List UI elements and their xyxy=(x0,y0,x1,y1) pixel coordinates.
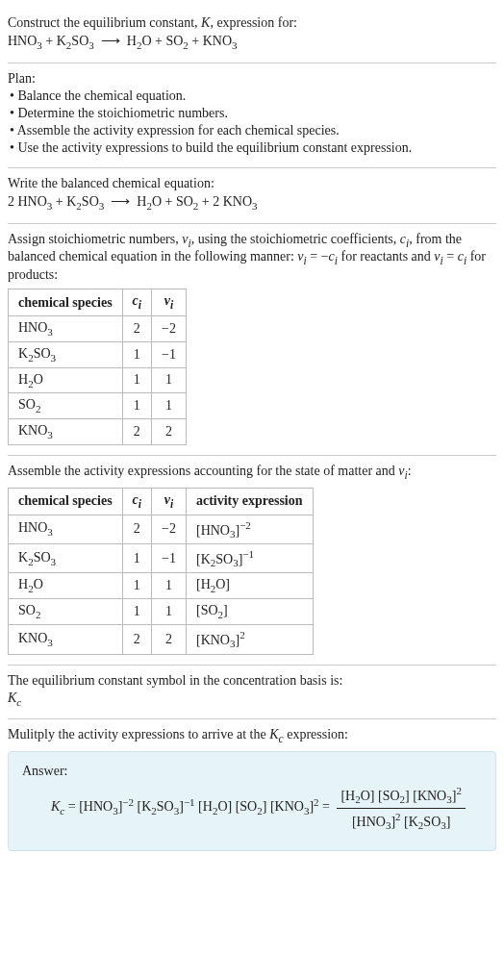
symbol-line1: The equilibrium constant symbol in the c… xyxy=(8,673,496,689)
cell-vi: 1 xyxy=(152,573,187,599)
table-row: HNO3 2 −2 xyxy=(9,315,187,341)
plan-item: • Balance the chemical equation. xyxy=(8,88,496,104)
cell-species: HNO3 xyxy=(9,315,123,341)
cell-ci: 2 xyxy=(122,315,151,341)
cell-species: H2O xyxy=(9,573,123,599)
cell-activity: [HNO3]−2 xyxy=(186,515,313,543)
stoich-table: chemical species ci νi HNO3 2 −2 K2SO3 1… xyxy=(8,289,187,445)
answer-label: Answer: xyxy=(22,764,482,779)
cell-vi: 1 xyxy=(152,367,187,393)
activity-intro: Assemble the activity expressions accoun… xyxy=(8,464,496,482)
col-species: chemical species xyxy=(9,289,123,316)
cell-vi: 1 xyxy=(152,599,187,625)
table-row: SO2 1 1 [SO2] xyxy=(9,599,314,625)
activity-section: Assemble the activity expressions accoun… xyxy=(8,455,496,665)
table-row: HNO3 2 −2 [HNO3]−2 xyxy=(9,515,314,543)
cell-species: K2SO3 xyxy=(9,544,123,573)
balanced-heading: Write the balanced chemical equation: xyxy=(8,176,496,191)
plan-section: Plan: • Balance the chemical equation. •… xyxy=(8,63,496,167)
col-vi: νi xyxy=(152,488,187,515)
intro-section: Construct the equilibrium constant, K, e… xyxy=(8,8,496,63)
multiply-heading: Mulitply the activity expressions to arr… xyxy=(8,727,496,745)
activity-table: chemical species ci νi activity expressi… xyxy=(8,488,314,655)
col-ci: ci xyxy=(122,488,151,515)
cell-species: H2O xyxy=(9,367,123,393)
cell-species: HNO3 xyxy=(9,515,123,543)
col-ci: ci xyxy=(122,289,151,316)
cell-activity: [SO2] xyxy=(186,599,313,625)
cell-ci: 1 xyxy=(122,341,151,367)
balanced-equation: 2 HNO3 + K2SO3 ⟶ H2O + SO2 + 2 KNO3 xyxy=(8,193,496,212)
table-row: KNO3 2 2 xyxy=(9,419,187,445)
plan-item: • Use the activity expressions to build … xyxy=(8,140,496,156)
col-vi: νi xyxy=(152,289,187,316)
cell-species: K2SO3 xyxy=(9,341,123,367)
table-header-row: chemical species ci νi xyxy=(9,289,187,316)
stoich-intro: Assign stoichiometric numbers, νi, using… xyxy=(8,232,496,284)
stoich-section: Assign stoichiometric numbers, νi, using… xyxy=(8,223,496,455)
table-header-row: chemical species ci νi activity expressi… xyxy=(9,488,314,515)
plan-item: • Determine the stoichiometric numbers. xyxy=(8,106,496,121)
cell-vi: 2 xyxy=(152,419,187,445)
table-row: H2O 1 1 [H2O] xyxy=(9,573,314,599)
cell-activity: [KNO3]2 xyxy=(186,625,313,654)
cell-ci: 1 xyxy=(122,393,151,419)
cell-ci: 2 xyxy=(122,625,151,654)
cell-species: KNO3 xyxy=(9,419,123,445)
table-row: K2SO3 1 −1 xyxy=(9,341,187,367)
cell-ci: 2 xyxy=(122,515,151,543)
col-species: chemical species xyxy=(9,488,123,515)
cell-ci: 1 xyxy=(122,573,151,599)
answer-frac-den: [HNO3]2 [K2SO3] xyxy=(337,809,465,831)
cell-ci: 1 xyxy=(122,544,151,573)
table-row: H2O 1 1 xyxy=(9,367,187,393)
cell-vi: −2 xyxy=(152,515,187,543)
table-row: K2SO3 1 −1 [K2SO3]−1 xyxy=(9,544,314,573)
plan-item: • Assemble the activity expression for e… xyxy=(8,123,496,138)
intro-equation: HNO3 + K2SO3 ⟶ H2O + SO2 + KNO3 xyxy=(8,33,496,51)
cell-species: SO2 xyxy=(9,599,123,625)
cell-vi: −1 xyxy=(152,341,187,367)
cell-species: SO2 xyxy=(9,393,123,419)
symbol-line2: Kc xyxy=(8,691,496,708)
table-row: KNO3 2 2 [KNO3]2 xyxy=(9,625,314,654)
multiply-section: Mulitply the activity expressions to arr… xyxy=(8,718,496,861)
answer-equation: Kc = [HNO3]−2 [K2SO3]−1 [H2O] [SO2] [KNO… xyxy=(22,785,482,831)
cell-vi: −1 xyxy=(152,544,187,573)
cell-ci: 1 xyxy=(122,367,151,393)
cell-activity: [H2O] xyxy=(186,573,313,599)
cell-ci: 2 xyxy=(122,419,151,445)
cell-species: KNO3 xyxy=(9,625,123,654)
cell-vi: −2 xyxy=(152,315,187,341)
balanced-section: Write the balanced chemical equation: 2 … xyxy=(8,167,496,223)
cell-activity: [K2SO3]−1 xyxy=(186,544,313,573)
intro-lead: Construct the equilibrium constant, K, e… xyxy=(8,15,496,31)
symbol-section: The equilibrium constant symbol in the c… xyxy=(8,665,496,719)
cell-vi: 2 xyxy=(152,625,187,654)
table-row: SO2 1 1 xyxy=(9,393,187,419)
cell-vi: 1 xyxy=(152,393,187,419)
col-activity: activity expression xyxy=(186,488,313,515)
answer-frac-num: [H2O] [SO2] [KNO3]2 xyxy=(337,785,465,808)
answer-fraction: [H2O] [SO2] [KNO3]2 [HNO3]2 [K2SO3] xyxy=(337,785,465,831)
plan-heading: Plan: xyxy=(8,71,496,87)
cell-ci: 1 xyxy=(122,599,151,625)
answer-box: Answer: Kc = [HNO3]−2 [K2SO3]−1 [H2O] [S… xyxy=(8,751,496,851)
